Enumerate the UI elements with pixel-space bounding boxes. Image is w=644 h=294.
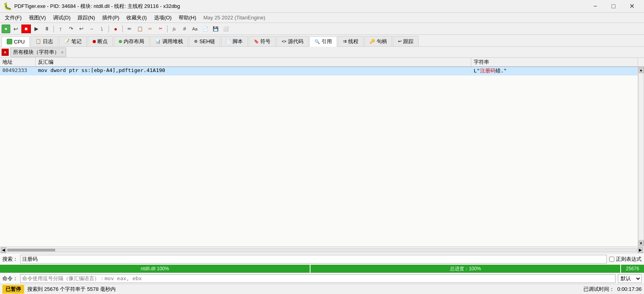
menu-debug[interactable]: 调试(D)	[50, 13, 74, 22]
regex-checkbox[interactable]	[609, 255, 614, 264]
command-input[interactable]	[20, 274, 615, 283]
tab-handle-label: 句柄	[377, 38, 387, 45]
toolbar-step-over[interactable]: ↷	[66, 25, 76, 33]
reference-icon: 🔍	[314, 39, 320, 44]
toolbar-cpu-btn[interactable]: ■	[2, 25, 10, 33]
tab-trace-label: 跟踪	[403, 38, 413, 45]
progress-left: ntdll.dll 100%	[0, 265, 311, 273]
toolbar-fx[interactable]: fx	[170, 25, 179, 33]
cell-addr: 00492333	[0, 67, 36, 75]
table-body[interactable]: 00492333 mov dword ptr ss:[ebp-A4],pdfti…	[0, 67, 638, 247]
table-wrapper: 00492333 mov dword ptr ss:[ebp-A4],pdfti…	[0, 67, 644, 247]
tab-log-label: 日志	[43, 38, 53, 45]
scrollbar-header-spacer	[638, 58, 644, 66]
hscroll-thumb[interactable]	[8, 249, 55, 251]
menu-favorites[interactable]: 收藏夹(I)	[123, 13, 150, 22]
toolbar-run-to-cursor[interactable]: →	[87, 25, 96, 33]
toolbar-sep3	[122, 25, 123, 32]
hscroll-left-btn[interactable]: ◀	[1, 247, 6, 253]
right-scrollbar[interactable]: ▲ ▼	[638, 67, 644, 247]
close-button[interactable]: ✕	[623, 0, 641, 13]
tab-symbol[interactable]: 🔖 符号	[249, 36, 276, 46]
maximize-button[interactable]: □	[604, 0, 623, 13]
toolbar-stop[interactable]: ■	[21, 25, 31, 33]
toolbar-execute-till[interactable]: ⤵	[97, 25, 107, 33]
progress-count-text: 25676	[626, 266, 639, 271]
toolbar-page[interactable]: 📄	[200, 25, 210, 33]
toolbar-sep1	[53, 25, 54, 32]
tab-cpu[interactable]: CPU	[2, 36, 30, 47]
statusbar: 已暂停 搜索到 25676 个字符串于 5578 毫秒内 已调试时间： 0:00…	[0, 284, 644, 294]
toolbar-fix[interactable]: ✂	[145, 25, 155, 33]
tab-callstack[interactable]: 📊 调用堆栈	[150, 36, 188, 46]
tab-memory[interactable]: 内存布局	[114, 36, 149, 46]
menu-view[interactable]: 视图(V)	[26, 13, 49, 22]
handle-icon: 🔑	[370, 39, 375, 44]
hscroll-track[interactable]	[7, 248, 637, 252]
toolbar-hash[interactable]: #	[180, 25, 189, 33]
progress-left-text: ntdll.dll 100%	[141, 266, 169, 271]
progressbar: ntdll.dll 100% 总进度：100% 25676	[0, 265, 644, 273]
tab-handle[interactable]: 🔑 句柄	[364, 36, 392, 46]
regex-label: 正则表达式	[616, 256, 642, 263]
tab-notes[interactable]: 📝 笔记	[59, 36, 87, 46]
scrollbar-down-btn[interactable]: ▼	[638, 241, 644, 246]
paused-badge: 已暂停	[2, 285, 24, 294]
title-text: PDFTiger.exe - PID: 34684 - 模块: ntdll.dl…	[14, 3, 586, 10]
toolbar-edit[interactable]: ✏	[125, 25, 134, 33]
col-header-addr: 地址	[0, 58, 36, 66]
tab-callstack-label: 调用堆栈	[162, 38, 183, 45]
filterbar: × 所有模块（字符串） ×	[0, 47, 644, 58]
menu-plugin[interactable]: 插件(P)	[99, 13, 122, 22]
scrollbar-track[interactable]	[638, 73, 644, 240]
cpu-tab-icon	[7, 39, 12, 44]
scrollbar-up-btn[interactable]: ▲	[638, 67, 644, 73]
trace-icon: ↩	[398, 39, 402, 44]
tab-memory-label: 内存布局	[124, 38, 144, 45]
toolbar-step-into[interactable]: ↑	[56, 25, 65, 33]
tab-seh-label: SEH链	[199, 38, 215, 45]
main-content: 地址 反汇编 字符串 00492333 mov dword ptr ss:[eb…	[0, 58, 644, 253]
toolbar-case[interactable]: Aa	[190, 25, 200, 33]
seh-icon: ⚙	[194, 39, 198, 44]
tab-notes-label: 笔记	[71, 38, 82, 45]
tab-breakpoints[interactable]: 断点	[88, 36, 113, 46]
hscrollbar[interactable]: ◀ ▶	[0, 247, 644, 253]
toolbar: ■ ↩ ■ ▶ ⏸ ↑ ↷ ↩ → ⤵ ● ✏ 📋 ✂ ✂ fx # Aa 📄 …	[0, 23, 644, 35]
elapsed-time: 0:00:17:36	[617, 286, 642, 292]
tab-script[interactable]: 📄 脚本	[221, 36, 248, 46]
filter-tag-remove[interactable]: ×	[61, 50, 63, 55]
tab-reference[interactable]: 🔍 引用	[309, 36, 337, 47]
tab-thread[interactable]: ⇉ 线程	[338, 36, 364, 46]
titlebar: 🐛 PDFTiger.exe - PID: 34684 - 模块: ntdll.…	[0, 0, 644, 13]
command-mode-select[interactable]: 默认	[618, 274, 642, 283]
tab-seh[interactable]: ⚙ SEH链	[189, 36, 220, 46]
toolbar-pause[interactable]: ⏸	[42, 25, 51, 33]
toolbar-step-out[interactable]: ↩	[76, 25, 86, 33]
hscroll-right-btn[interactable]: ▶	[638, 247, 643, 253]
menu-help[interactable]: 帮助(H)	[175, 13, 199, 22]
toolbar-run[interactable]: ▶	[32, 25, 41, 33]
toolbar-breakpoint[interactable]: ●	[111, 25, 120, 33]
tab-trace[interactable]: ↩ 跟踪	[393, 36, 419, 46]
callstack-icon: 📊	[155, 39, 161, 44]
menu-file[interactable]: 文件(F)	[2, 13, 25, 22]
toolbar-undo[interactable]: ↩	[11, 25, 21, 33]
toolbar-copy[interactable]: 📋	[135, 25, 145, 33]
search-input[interactable]	[20, 255, 607, 264]
table-row[interactable]: 00492333 mov dword ptr ss:[ebp-A4],pdfti…	[0, 67, 638, 76]
minimize-button[interactable]: −	[586, 0, 604, 13]
tab-log[interactable]: 📋 日志	[30, 36, 58, 46]
progress-right-text: 总进度：100%	[450, 266, 481, 272]
tab-source[interactable]: <> 源代码	[276, 36, 309, 46]
filter-text: 所有模块（字符串）	[13, 49, 59, 56]
menu-options[interactable]: 选项(O)	[151, 13, 175, 22]
filter-close-button[interactable]: ×	[2, 49, 9, 56]
tabbar: CPU 📋 日志 📝 笔记 断点 内存布局 📊 调用堆栈 ⚙ SEH链 📄 脚本…	[0, 35, 644, 47]
menu-trace[interactable]: 跟踪(N)	[74, 13, 98, 22]
toolbar-frame[interactable]: ⬜	[221, 25, 231, 33]
toolbar-cut[interactable]: ✂	[156, 25, 165, 33]
command-label: 命令：	[2, 275, 18, 282]
toolbar-sep2	[109, 25, 109, 32]
toolbar-save[interactable]: 💾	[211, 25, 220, 33]
